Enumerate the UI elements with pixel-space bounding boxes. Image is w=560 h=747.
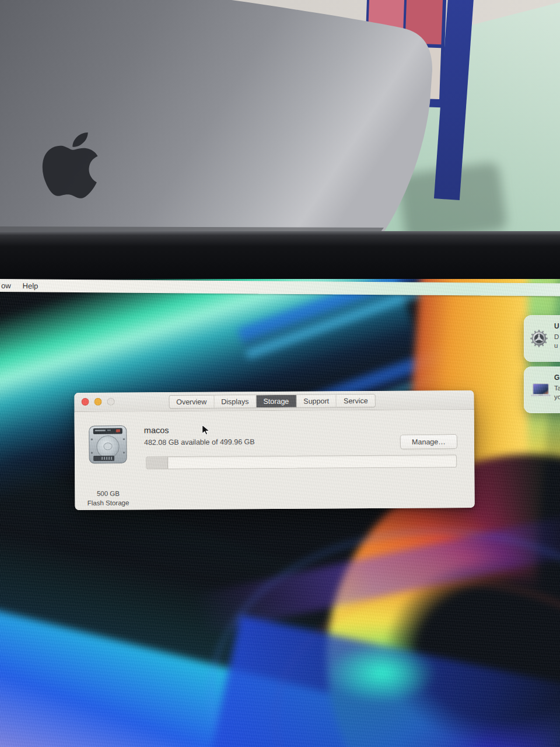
mouse-cursor-icon [201, 424, 211, 436]
menu-item-help[interactable]: Help [17, 281, 44, 290]
display-bezel [0, 231, 560, 279]
notification-body-line: D [554, 333, 559, 340]
zoom-button-disabled [107, 398, 114, 406]
disk-type-label: Flash Storage [64, 498, 152, 508]
menu-item-window-partial[interactable]: ow [0, 281, 17, 290]
notification-get-to-know-mac[interactable]: G Ta yo [524, 366, 560, 413]
photo-of-macbook-screen: ow Help [0, 0, 560, 747]
volume-name: macos [144, 425, 169, 435]
disk-size-label: 500 GB [64, 488, 152, 498]
tab-storage[interactable]: Storage [256, 395, 296, 407]
notification-title: G [554, 374, 559, 382]
disk-caption: 500 GB Flash Storage [64, 488, 152, 508]
desk-scene [0, 0, 560, 232]
minimize-button[interactable] [94, 398, 102, 406]
apple-logo-icon [35, 123, 107, 205]
desktop-wallpaper [0, 279, 560, 747]
tab-service[interactable]: Service [337, 395, 375, 407]
storage-availability-text: 482.08 GB available of 499.96 GB [144, 438, 255, 446]
tab-bar: Overview Displays Storage Support Servic… [169, 394, 376, 409]
close-button[interactable] [81, 398, 89, 406]
notification-title: U [554, 322, 559, 330]
hard-drive-icon [89, 425, 127, 464]
system-preferences-gear-icon [530, 329, 548, 348]
notification-software-update[interactable]: U D u [524, 315, 560, 362]
macbook-icon [530, 383, 552, 398]
window-titlebar[interactable]: Overview Displays Storage Support Servic… [74, 390, 474, 412]
notification-body-line: u [554, 342, 558, 349]
storage-usage-bar [146, 455, 457, 469]
storage-pane: 500 GB Flash Storage macos 482.08 GB ava… [75, 410, 475, 510]
about-this-mac-window: Overview Displays Storage Support Servic… [74, 390, 474, 510]
notification-body-line: Ta [554, 385, 560, 392]
manage-button[interactable]: Manage… [400, 434, 457, 449]
storage-used-segment [146, 457, 168, 469]
macos-desktop: ow Help [0, 279, 560, 747]
notification-body-line: yo [554, 393, 560, 400]
tab-overview[interactable]: Overview [169, 396, 214, 408]
wallpaper-layer [303, 629, 461, 717]
tab-support[interactable]: Support [296, 395, 337, 407]
tab-displays[interactable]: Displays [214, 395, 256, 407]
